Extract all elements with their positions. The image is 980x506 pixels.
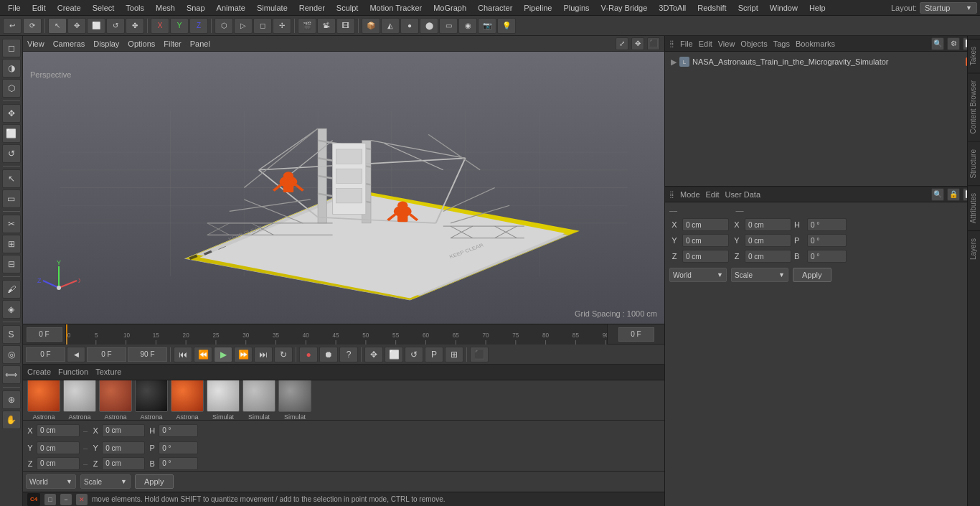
- sidebar-knife-button[interactable]: ✂: [2, 215, 21, 233]
- menu-edit[interactable]: Edit: [27, 2, 51, 14]
- plane-button[interactable]: ▭: [439, 18, 458, 34]
- object-mode-button[interactable]: ⬡: [215, 18, 233, 34]
- viewport-menu-filter[interactable]: Filter: [164, 39, 181, 48]
- obj-header-bookmarks[interactable]: Bookmarks: [796, 39, 835, 48]
- sidebar-scale-button[interactable]: ⬜: [2, 124, 21, 143]
- menu-tools[interactable]: Tools: [121, 2, 149, 14]
- y-axis-button[interactable]: Y: [170, 18, 189, 34]
- record-button[interactable]: ●: [299, 347, 318, 362]
- viewport-menu-panel[interactable]: Panel: [190, 39, 210, 48]
- menu-create[interactable]: Create: [52, 2, 86, 14]
- undo-button[interactable]: ↩: [3, 18, 22, 34]
- move-playback-button[interactable]: ✥: [364, 347, 383, 362]
- end-frame-input[interactable]: [618, 327, 654, 342]
- playback-start-input2[interactable]: ◀: [67, 347, 85, 362]
- next-frame-button[interactable]: ⏩: [234, 347, 253, 362]
- world-dropdown[interactable]: World ▼: [26, 474, 76, 489]
- attr-scale-dropdown[interactable]: Scale ▼: [731, 268, 788, 282]
- viewport-menu-display[interactable]: Display: [93, 39, 119, 48]
- attr-search-icon[interactable]: 🔍: [931, 188, 944, 201]
- disc-button[interactable]: ◉: [458, 18, 477, 34]
- grid-button[interactable]: ⊞: [445, 347, 463, 362]
- pivot-button[interactable]: ↺: [405, 347, 423, 362]
- obj-search-icon[interactable]: 🔍: [931, 37, 944, 50]
- sidebar-paint-tool-button[interactable]: 🖌: [2, 280, 21, 299]
- z-axis-button[interactable]: Z: [189, 18, 208, 34]
- x-pos-input[interactable]: [37, 424, 80, 437]
- attr-mode[interactable]: Mode: [680, 190, 700, 199]
- material-slot-7[interactable]: Simulat: [278, 380, 311, 420]
- z-rot-input[interactable]: [102, 457, 145, 470]
- current-frame-input[interactable]: [27, 327, 62, 342]
- status-minimize-icon[interactable]: −: [60, 494, 72, 505]
- z-pos-input[interactable]: [37, 457, 80, 470]
- sidebar-bridge-button[interactable]: ⊟: [2, 255, 21, 273]
- render-view-button[interactable]: 🎬: [298, 18, 316, 34]
- menu-motion-tracker[interactable]: Motion Tracker: [364, 2, 427, 14]
- obj-settings-icon[interactable]: ⚙: [947, 37, 960, 50]
- viewport-icon-1[interactable]: ⤢: [616, 37, 628, 50]
- b-input[interactable]: [159, 457, 198, 470]
- mat-header-create[interactable]: Create: [27, 367, 51, 376]
- obj-header-view[interactable]: View: [718, 39, 735, 48]
- y-rot-input[interactable]: [102, 441, 145, 454]
- obj-header-edit[interactable]: Edit: [699, 39, 712, 48]
- key-playback-button[interactable]: ⬜: [385, 347, 403, 362]
- light-button[interactable]: 💡: [497, 18, 516, 34]
- obj-header-file[interactable]: File: [680, 39, 693, 48]
- sidebar-extrude-button[interactable]: ⊞: [2, 235, 21, 253]
- menu-select[interactable]: Select: [88, 2, 120, 14]
- motion-record-button[interactable]: ?: [339, 347, 358, 362]
- scale-tool-button[interactable]: ⬜: [87, 18, 105, 34]
- material-slot-5[interactable]: Simulat: [207, 380, 240, 420]
- attr-x-pos[interactable]: [682, 218, 729, 231]
- obj-header-tags[interactable]: Tags: [773, 39, 790, 48]
- loop-button[interactable]: ↻: [274, 347, 293, 362]
- sidebar-spline-button[interactable]: S: [2, 325, 21, 344]
- y-pos-input[interactable]: [37, 441, 80, 454]
- mat-header-texture[interactable]: Texture: [95, 367, 121, 376]
- menu-snap[interactable]: Snap: [182, 2, 210, 14]
- attr-z-pos[interactable]: [682, 250, 729, 263]
- snap-playback-button[interactable]: P: [425, 347, 443, 362]
- h-input[interactable]: [159, 424, 198, 437]
- attr-y-pos[interactable]: [682, 234, 729, 247]
- sidebar-box-select-button[interactable]: ▭: [2, 189, 21, 208]
- goto-start-button[interactable]: ⏮: [174, 347, 192, 362]
- material-slot-2[interactable]: Astrona: [99, 380, 132, 420]
- sidebar-paint-button[interactable]: ⬡: [2, 79, 21, 98]
- menu-render[interactable]: Render: [294, 2, 330, 14]
- menu-script[interactable]: Script: [733, 2, 763, 14]
- material-slot-1[interactable]: Astrona: [63, 380, 96, 420]
- menu-redshift[interactable]: Redshift: [692, 2, 731, 14]
- vtab-takes[interactable]: Takes: [968, 39, 981, 72]
- attr-user-data[interactable]: User Data: [725, 190, 761, 199]
- cone-button[interactable]: ◭: [381, 18, 400, 34]
- menu-mograph[interactable]: MoGraph: [428, 2, 471, 14]
- auto-key-button[interactable]: ⏺: [319, 347, 338, 362]
- timeline-ruler[interactable]: 0 5 10 15 20 25 30 35: [66, 324, 607, 345]
- rotate-tool-button[interactable]: ↺: [106, 18, 125, 34]
- vtab-layers[interactable]: Layers: [968, 230, 981, 267]
- sidebar-magnet-button[interactable]: ◎: [2, 345, 21, 364]
- play-button[interactable]: ▶: [214, 347, 232, 362]
- sidebar-grab-button[interactable]: ✋: [2, 411, 21, 429]
- attr-lock-icon[interactable]: 🔒: [947, 188, 960, 201]
- attr-world-dropdown[interactable]: World ▼: [669, 268, 727, 282]
- move-tool-button[interactable]: ✥: [67, 18, 86, 34]
- point-mode-button[interactable]: ✢: [273, 18, 291, 34]
- menu-window[interactable]: Window: [765, 2, 803, 14]
- layout-dropdown[interactable]: Startup ▼: [920, 2, 977, 14]
- menu-3dtoall[interactable]: 3DToAll: [654, 2, 691, 14]
- menu-mesh[interactable]: Mesh: [151, 2, 180, 14]
- render-settings-button[interactable]: 🎞: [336, 18, 355, 34]
- sidebar-mirror-button[interactable]: ⟺: [2, 365, 21, 384]
- menu-help[interactable]: Help: [804, 2, 831, 14]
- attr-b[interactable]: [807, 250, 847, 263]
- menu-animate[interactable]: Animate: [212, 2, 250, 14]
- polygon-mode-button[interactable]: ▷: [234, 18, 253, 34]
- menu-character[interactable]: Character: [473, 2, 517, 14]
- vtab-structure[interactable]: Structure: [968, 141, 981, 186]
- attr-y-rot[interactable]: [745, 234, 791, 247]
- transform-tool-button[interactable]: ✤: [126, 18, 144, 34]
